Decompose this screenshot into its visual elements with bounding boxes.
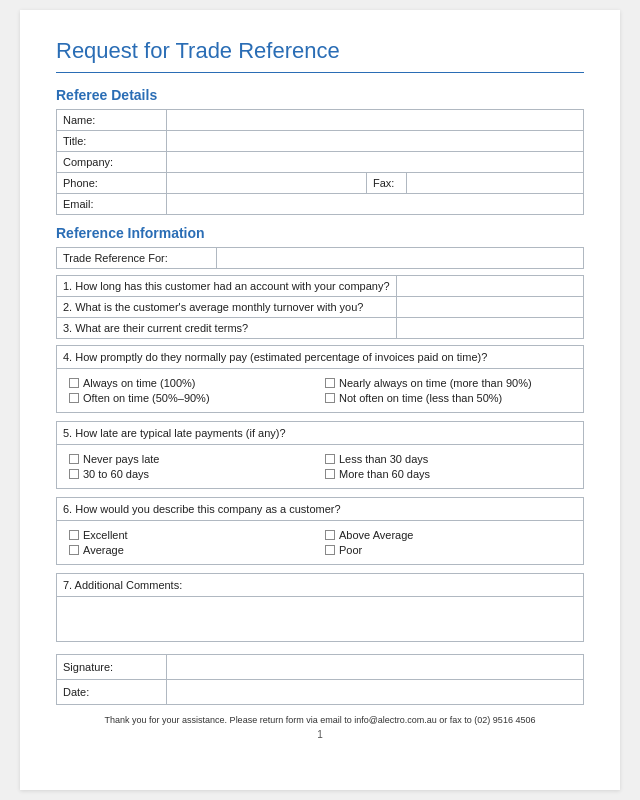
checkbox-icon[interactable] bbox=[325, 545, 335, 555]
fax-label: Fax: bbox=[367, 173, 407, 194]
q5-option-3-label: 30 to 60 days bbox=[83, 468, 149, 480]
title-value[interactable] bbox=[167, 131, 584, 152]
signature-label: Signature: bbox=[57, 655, 167, 680]
q5-option-1-label: Never pays late bbox=[83, 453, 159, 465]
q7-comments-area[interactable] bbox=[57, 597, 583, 641]
table-row: Name: bbox=[57, 110, 584, 131]
q4-option-2-label: Nearly always on time (more than 90%) bbox=[339, 377, 532, 389]
q6-option-3-label: Average bbox=[83, 544, 124, 556]
table-row: Company: bbox=[57, 152, 584, 173]
q6-options: Excellent Above Average Average Poor bbox=[57, 521, 583, 564]
q6-option-3[interactable]: Average bbox=[69, 544, 315, 556]
q5-option-2-label: Less than 30 days bbox=[339, 453, 428, 465]
checkbox-icon[interactable] bbox=[325, 454, 335, 464]
q7-question: 7. Additional Comments: bbox=[57, 574, 583, 597]
signature-value[interactable] bbox=[167, 655, 584, 680]
name-label: Name: bbox=[57, 110, 167, 131]
checkbox-icon[interactable] bbox=[325, 393, 335, 403]
q4-option-1[interactable]: Always on time (100%) bbox=[69, 377, 315, 389]
q6-option-1-label: Excellent bbox=[83, 529, 128, 541]
q4-block: 4. How promptly do they normally pay (es… bbox=[56, 345, 584, 413]
q6-option-4-label: Poor bbox=[339, 544, 362, 556]
company-label: Company: bbox=[57, 152, 167, 173]
q6-option-4[interactable]: Poor bbox=[325, 544, 571, 556]
q4-question: 4. How promptly do they normally pay (es… bbox=[57, 346, 583, 369]
checkbox-icon[interactable] bbox=[325, 469, 335, 479]
checkbox-icon[interactable] bbox=[69, 545, 79, 555]
q5-option-1[interactable]: Never pays late bbox=[69, 453, 315, 465]
date-value[interactable] bbox=[167, 680, 584, 705]
section2-heading: Reference Information bbox=[56, 225, 584, 241]
checkbox-icon[interactable] bbox=[325, 530, 335, 540]
q5-checkbox-grid: Never pays late Less than 30 days 30 to … bbox=[63, 449, 577, 484]
checkbox-icon[interactable] bbox=[325, 378, 335, 388]
table-row: 2. What is the customer's average monthl… bbox=[57, 297, 584, 318]
q4-option-3-label: Often on time (50%–90%) bbox=[83, 392, 210, 404]
q5-options: Never pays late Less than 30 days 30 to … bbox=[57, 445, 583, 488]
q2-label: 2. What is the customer's average monthl… bbox=[57, 297, 397, 318]
fax-value[interactable] bbox=[407, 173, 584, 194]
table-row: Signature: bbox=[57, 655, 584, 680]
checkbox-icon[interactable] bbox=[69, 469, 79, 479]
title-divider bbox=[56, 72, 584, 73]
trade-ref-table: Trade Reference For: bbox=[56, 247, 584, 269]
phone-label: Phone: bbox=[57, 173, 167, 194]
q6-checkbox-grid: Excellent Above Average Average Poor bbox=[63, 525, 577, 560]
q7-block: 7. Additional Comments: bbox=[56, 573, 584, 642]
trade-ref-value[interactable] bbox=[217, 248, 584, 269]
page-number: 1 bbox=[56, 729, 584, 740]
table-row: Date: bbox=[57, 680, 584, 705]
q4-checkbox-grid: Always on time (100%) Nearly always on t… bbox=[63, 373, 577, 408]
checkbox-icon[interactable] bbox=[69, 454, 79, 464]
q5-question: 5. How late are typical late payments (i… bbox=[57, 422, 583, 445]
phone-value[interactable] bbox=[167, 173, 367, 194]
q6-question: 6. How would you describe this company a… bbox=[57, 498, 583, 521]
q4-option-4-label: Not often on time (less than 50%) bbox=[339, 392, 502, 404]
q2-value[interactable] bbox=[396, 297, 583, 318]
table-row: 3. What are their current credit terms? bbox=[57, 318, 584, 339]
name-value[interactable] bbox=[167, 110, 584, 131]
q4-option-1-label: Always on time (100%) bbox=[83, 377, 196, 389]
table-row: Trade Reference For: bbox=[57, 248, 584, 269]
q5-block: 5. How late are typical late payments (i… bbox=[56, 421, 584, 489]
q5-option-4-label: More than 60 days bbox=[339, 468, 430, 480]
table-row: Email: bbox=[57, 194, 584, 215]
q6-option-2-label: Above Average bbox=[339, 529, 413, 541]
q1-label: 1. How long has this customer had an acc… bbox=[57, 276, 397, 297]
referee-details-table: Name: Title: Company: Phone: Fax: bbox=[56, 109, 584, 215]
q3-value[interactable] bbox=[396, 318, 583, 339]
trade-ref-label: Trade Reference For: bbox=[57, 248, 217, 269]
q5-option-4[interactable]: More than 60 days bbox=[325, 468, 571, 480]
q5-option-2[interactable]: Less than 30 days bbox=[325, 453, 571, 465]
company-value[interactable] bbox=[167, 152, 584, 173]
section1-heading: Referee Details bbox=[56, 87, 584, 103]
title-label: Title: bbox=[57, 131, 167, 152]
q4-option-3[interactable]: Often on time (50%–90%) bbox=[69, 392, 315, 404]
page: Request for Trade Reference Referee Deta… bbox=[20, 10, 620, 790]
email-label: Email: bbox=[57, 194, 167, 215]
q6-option-1[interactable]: Excellent bbox=[69, 529, 315, 541]
signature-table: Signature: Date: bbox=[56, 654, 584, 705]
q6-block: 6. How would you describe this company a… bbox=[56, 497, 584, 565]
checkbox-icon[interactable] bbox=[69, 530, 79, 540]
q4-options: Always on time (100%) Nearly always on t… bbox=[57, 369, 583, 412]
q3-label: 3. What are their current credit terms? bbox=[57, 318, 397, 339]
date-label: Date: bbox=[57, 680, 167, 705]
page-title: Request for Trade Reference bbox=[56, 38, 584, 64]
q1-value[interactable] bbox=[396, 276, 583, 297]
table-row: 1. How long has this customer had an acc… bbox=[57, 276, 584, 297]
table-row: Title: bbox=[57, 131, 584, 152]
q4-option-2[interactable]: Nearly always on time (more than 90%) bbox=[325, 377, 571, 389]
table-row: Phone: Fax: bbox=[57, 173, 584, 194]
footer-text: Thank you for your assistance. Please re… bbox=[56, 715, 584, 725]
q4-option-4[interactable]: Not often on time (less than 50%) bbox=[325, 392, 571, 404]
q5-option-3[interactable]: 30 to 60 days bbox=[69, 468, 315, 480]
checkbox-icon[interactable] bbox=[69, 393, 79, 403]
questions-1-3-table: 1. How long has this customer had an acc… bbox=[56, 275, 584, 339]
checkbox-icon[interactable] bbox=[69, 378, 79, 388]
email-value[interactable] bbox=[167, 194, 584, 215]
q6-option-2[interactable]: Above Average bbox=[325, 529, 571, 541]
